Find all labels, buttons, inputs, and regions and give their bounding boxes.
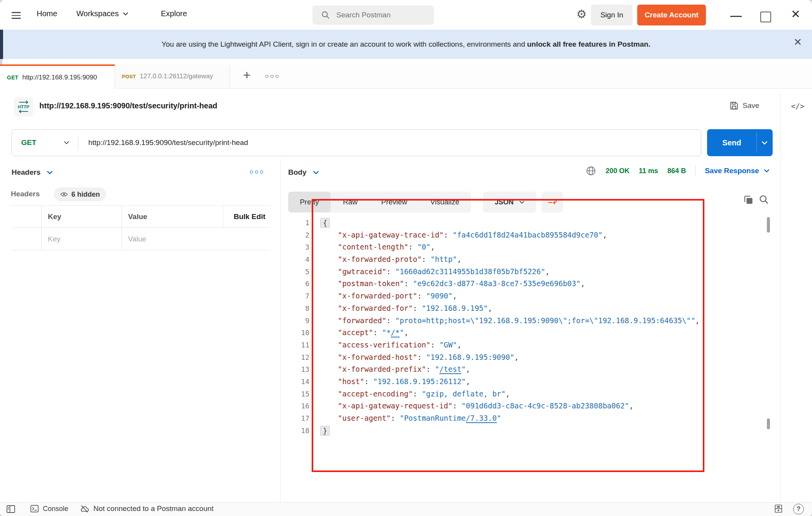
nav-explore[interactable]: Explore — [161, 9, 187, 18]
code-link[interactable]: /7.33.0 — [466, 414, 497, 423]
save-button[interactable]: Save — [729, 101, 759, 111]
line-number: 14 — [292, 376, 309, 388]
header-select-column — [11, 206, 42, 228]
code-line: 5 "gwtraceid": "1660ad62c3114955b1d38f05… — [292, 266, 771, 278]
code-link[interactable]: /test — [439, 365, 461, 374]
tab-method-get: GET — [7, 74, 19, 81]
code-line: 8 "x-forwarded-for": "192.168.9.195", — [292, 302, 771, 315]
line-number: 8 — [292, 302, 309, 315]
line-number: 6 — [292, 278, 309, 290]
save-response-button[interactable]: Save Response — [705, 167, 769, 175]
value-input-cell[interactable]: Value — [122, 228, 223, 250]
format-selector[interactable]: JSON — [483, 192, 536, 212]
line-number: 3 — [292, 241, 309, 253]
window-close-icon[interactable]: ✕ — [791, 8, 800, 20]
chevron-down-icon — [123, 12, 128, 16]
connection-status[interactable]: Not connected to a Postman account — [79, 504, 214, 513]
request-tab-inactive[interactable]: POST 127.0.0.1:26112/gateway — [115, 64, 230, 88]
console-button[interactable]: Console — [30, 504, 68, 513]
window-maximize-icon[interactable] — [760, 12, 771, 22]
line-number: 17 — [292, 412, 309, 425]
header-key-column: Key — [42, 206, 122, 228]
window-minimize-icon[interactable] — [730, 16, 742, 17]
sign-in-button[interactable]: Sign In — [591, 5, 633, 25]
sidebar-toggle-icon[interactable] — [6, 505, 15, 513]
line-number: 15 — [292, 388, 309, 400]
code-line: 4 "x-forwarded-proto": "http", — [292, 253, 771, 266]
copy-response-icon[interactable] — [743, 194, 754, 205]
hidden-headers-badge[interactable]: 6 hidden — [54, 187, 106, 201]
line-number: 10 — [292, 327, 309, 339]
tab-url: 127.0.0.1:26112/gateway — [140, 73, 223, 80]
code-link[interactable]: /* — [391, 328, 400, 337]
send-options-chevron-icon[interactable] — [761, 141, 768, 145]
tab-preview[interactable]: Preview — [370, 192, 419, 212]
code-line: 11 "access-verification": "GW", — [292, 339, 771, 351]
line-number: 16 — [292, 400, 309, 412]
line-number: 13 — [292, 363, 309, 376]
method-selector[interactable]: GET — [21, 138, 64, 147]
response-time[interactable]: 11 ms — [639, 167, 658, 175]
response-meta: 200 OK 11 ms 864 B Save Response — [586, 165, 770, 177]
send-button[interactable]: Send — [707, 129, 773, 156]
code-line: 7 "x-forwarded-port": "9090", — [292, 290, 771, 302]
wrap-lines-button[interactable] — [542, 192, 563, 212]
help-icon[interactable]: ? — [793, 504, 804, 514]
search-input[interactable] — [336, 10, 426, 20]
request-tab-active[interactable]: GET http://192.168.9.195:9090 — [0, 64, 115, 89]
line-number: 7 — [292, 290, 309, 302]
headers-options-menu-icon[interactable] — [250, 170, 263, 174]
header-value-column: Value — [122, 206, 223, 228]
tab-raw[interactable]: Raw — [331, 192, 370, 212]
right-rail-divider — [780, 93, 781, 502]
settings-gear-icon[interactable]: ⚙ — [576, 8, 587, 20]
left-edge-accent — [0, 30, 3, 59]
create-account-button[interactable]: Create Account — [637, 5, 706, 25]
code-lines[interactable]: 1{2 "x-api-gateway-trace-id": "fa4c6dd1f… — [292, 217, 771, 437]
nav-workspaces-label: Workspaces — [76, 9, 119, 18]
nav-home[interactable]: Home — [37, 9, 57, 18]
code-line: 17 "user-agent": "PostmanRuntime/7.33.0" — [292, 412, 771, 425]
cloud-offline-icon — [79, 504, 89, 513]
network-globe-icon[interactable] — [586, 165, 596, 176]
code-line: 16 "x-api-gateway-request-id": "091d6dd3… — [292, 400, 771, 412]
row-select-cell[interactable] — [11, 228, 42, 250]
code-line: 18} — [292, 425, 771, 437]
line-number: 12 — [292, 351, 309, 364]
headers-section-toggle[interactable]: Headers — [12, 168, 53, 177]
line-number: 4 — [292, 253, 309, 266]
save-label: Save — [743, 101, 759, 110]
response-size[interactable]: 864 B — [667, 167, 686, 175]
bulk-edit-button[interactable]: Bulk Edit — [234, 212, 265, 221]
connection-status-label: Not connected to a Postman account — [93, 504, 214, 513]
response-status[interactable]: 200 OK — [606, 167, 630, 175]
panel-divider[interactable] — [280, 159, 280, 502]
tab-pretty[interactable]: Pretty — [288, 192, 331, 212]
url-input[interactable] — [88, 138, 610, 147]
line-number: 9 — [292, 315, 309, 327]
hamburger-menu-icon[interactable] — [12, 10, 21, 21]
url-bar-divider — [78, 135, 78, 150]
code-line: 2 "x-api-gateway-trace-id": "fa4c6dd1f8d… — [292, 229, 771, 241]
nav-workspaces[interactable]: Workspaces — [76, 9, 128, 18]
new-tab-button[interactable]: + — [243, 67, 251, 83]
banner-close-icon[interactable]: ✕ — [793, 37, 802, 47]
code-line: 15 "accept-encoding": "gzip, deflate, br… — [292, 388, 771, 400]
tab-visualize[interactable]: Visualize — [419, 192, 471, 212]
key-input-cell[interactable]: Key — [42, 228, 122, 250]
eye-icon — [60, 191, 68, 197]
method-chevron-icon[interactable] — [64, 141, 69, 145]
body-section-label: Body — [288, 168, 307, 177]
code-snippet-toggle[interactable]: </> — [787, 102, 809, 110]
body-section-toggle[interactable]: Body — [288, 168, 319, 177]
line-number: 11 — [292, 339, 309, 351]
search-box[interactable] — [312, 5, 434, 25]
response-scrollbar-thumb[interactable] — [767, 217, 770, 233]
format-label: JSON — [495, 198, 513, 206]
split-pane-icon[interactable] — [774, 504, 783, 513]
format-chevron-icon — [519, 201, 525, 204]
wrap-lines-icon — [547, 197, 557, 207]
search-response-icon[interactable] — [758, 194, 769, 205]
code-scrollbar-thumb[interactable] — [767, 418, 770, 429]
tab-options-menu-icon[interactable] — [265, 75, 279, 78]
